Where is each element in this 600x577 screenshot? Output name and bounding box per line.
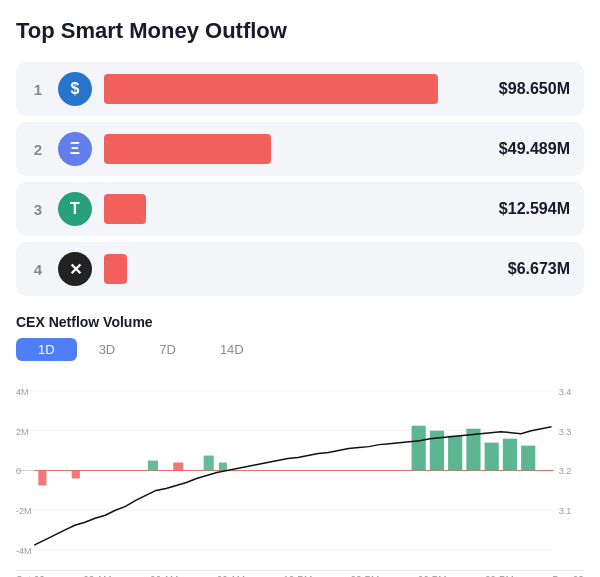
svg-rect-17 (148, 461, 158, 471)
svg-text:-4M: -4M (16, 546, 32, 556)
svg-text:2M: 2M (16, 427, 29, 437)
svg-text:-2M: -2M (16, 506, 32, 516)
outflow-bar (104, 134, 271, 164)
svg-text:3.3: 3.3 (559, 427, 572, 437)
bar-container (104, 134, 468, 164)
svg-rect-26 (503, 439, 517, 471)
cex-title: CEX Netflow Volume (16, 314, 584, 330)
outflow-amount: $49.489M (480, 140, 570, 158)
svg-rect-19 (204, 456, 214, 471)
outflow-amount: $6.673M (480, 260, 570, 278)
outflow-amount: $98.650M (480, 80, 570, 98)
coin-icon-eth: Ξ (58, 132, 92, 166)
outflow-bar (104, 254, 127, 284)
page-title: Top Smart Money Outflow (16, 18, 584, 44)
bar-container (104, 254, 468, 284)
svg-rect-27 (521, 446, 535, 471)
svg-text:3.1: 3.1 (559, 506, 572, 516)
time-tab-1d[interactable]: 1D (16, 338, 77, 361)
svg-rect-20 (219, 463, 227, 471)
time-tab-3d[interactable]: 3D (77, 338, 138, 361)
outflow-row: 1$$98.650M (16, 62, 584, 116)
svg-rect-21 (412, 426, 426, 471)
svg-rect-16 (72, 471, 80, 479)
bar-container (104, 74, 468, 104)
rank-label: 3 (30, 201, 46, 218)
svg-rect-18 (173, 463, 183, 471)
svg-text:0: 0 (16, 467, 21, 477)
svg-text:4M: 4M (16, 387, 29, 397)
time-tabs[interactable]: 1D3D7D14D (16, 338, 584, 361)
x-axis-labels: Sat 0203 AM06 AM09 AM12 PM03 PM06 PM09 P… (16, 571, 584, 577)
outflow-row: 2Ξ$49.489M (16, 122, 584, 176)
svg-rect-25 (485, 443, 499, 471)
outflow-amount: $12.594M (480, 200, 570, 218)
svg-rect-22 (430, 431, 444, 471)
time-tab-14d[interactable]: 14D (198, 338, 266, 361)
svg-text:3.2: 3.2 (559, 467, 572, 477)
outflow-row: 4✕$6.673M (16, 242, 584, 296)
svg-rect-23 (448, 436, 462, 471)
rank-label: 2 (30, 141, 46, 158)
svg-text:3.4: 3.4 (559, 387, 572, 397)
chart-wrapper: 4M 2M 0 -2M -4M 3.4 3.3 3.2 3.1 (16, 371, 584, 571)
rank-label: 4 (30, 261, 46, 278)
coin-icon-xrp: ✕ (58, 252, 92, 286)
outflow-bar (104, 74, 438, 104)
outflow-row: 3T$12.594M (16, 182, 584, 236)
outflow-bar (104, 194, 146, 224)
cex-section: CEX Netflow Volume 1D3D7D14D 4M 2M 0 -2M… (16, 314, 584, 577)
svg-rect-15 (38, 471, 46, 486)
time-tab-7d[interactable]: 7D (137, 338, 198, 361)
bar-container (104, 194, 468, 224)
rank-label: 1 (30, 81, 46, 98)
chart-svg: 4M 2M 0 -2M -4M 3.4 3.3 3.2 3.1 (16, 371, 584, 570)
coin-icon-usdt: T (58, 192, 92, 226)
outflow-list: 1$$98.650M2Ξ$49.489M3T$12.594M4✕$6.673M (16, 62, 584, 296)
coin-icon-usdc: $ (58, 72, 92, 106)
